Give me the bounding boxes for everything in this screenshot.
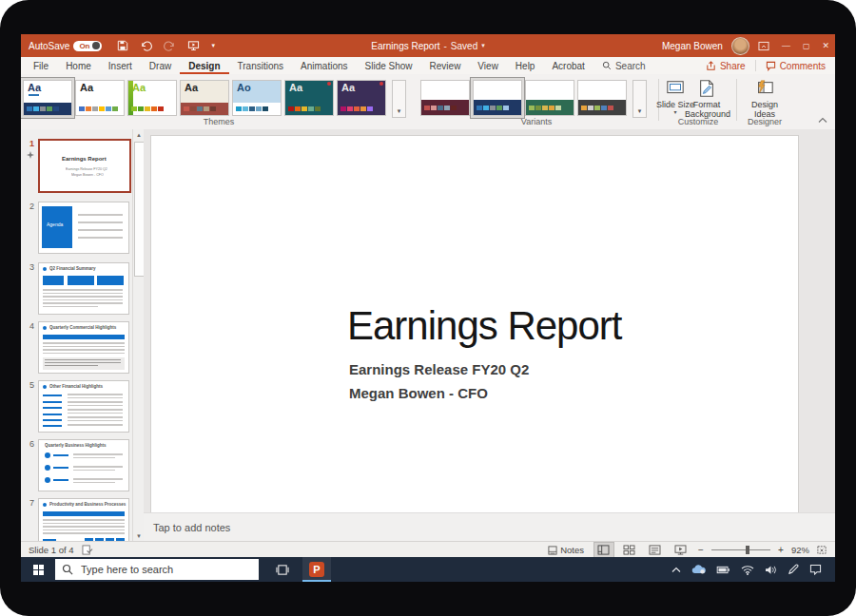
share-button[interactable]: Share [696, 61, 755, 71]
slide-thumbnail-6[interactable]: Quarterly Business Highlights [38, 439, 129, 491]
design-ideas-button[interactable]: Design Ideas [742, 79, 788, 119]
tab-draw[interactable]: Draw [141, 57, 180, 74]
tab-insert[interactable]: Insert [100, 57, 141, 74]
close-button[interactable]: ✕ [822, 41, 829, 50]
theme-aa-label: Aa [132, 82, 146, 94]
slide-subtitle-line1[interactable]: Earnings Release FY20 Q2 [349, 361, 529, 377]
tab-help[interactable]: Help [507, 57, 544, 74]
deco-bar [73, 482, 115, 484]
thumb-title: Productivity and Business Processes [49, 502, 126, 507]
deco-bar [73, 466, 123, 468]
palette-swatch [263, 106, 268, 111]
palette-swatch [354, 106, 360, 111]
zoom-in-button[interactable]: + [777, 545, 785, 555]
variant-card-variant-maroon[interactable] [420, 80, 470, 116]
variant-card-variant-gray[interactable] [577, 80, 627, 116]
palette-swatch [483, 106, 489, 110]
doc-save-status[interactable]: Saved [451, 41, 477, 51]
tab-search[interactable]: Search [593, 57, 654, 74]
tabs-right-cluster: Share Comments [696, 57, 835, 74]
variant-card-variant-navy[interactable] [473, 80, 522, 116]
deco-bar [68, 401, 123, 403]
format-background-button[interactable]: Format Background [681, 79, 732, 119]
zoom-slider[interactable] [711, 549, 770, 550]
zoom-level[interactable]: 92% [791, 545, 809, 555]
doc-title-separator: - [444, 41, 447, 51]
deco-bar [43, 526, 125, 528]
fit-slide-to-window-icon[interactable] [816, 545, 827, 555]
wifi-icon[interactable] [741, 565, 754, 575]
slide-thumbnail-1[interactable]: Earnings ReportEarnings Release FY20 Q2M… [38, 139, 131, 193]
theme-card-facet[interactable]: Aa [127, 80, 177, 116]
slide-title[interactable]: Earnings Report [347, 303, 622, 349]
deco-dot [43, 267, 47, 271]
battery-icon[interactable] [716, 566, 730, 574]
tab-transitions[interactable]: Transitions [229, 57, 293, 74]
action-center-icon[interactable] [809, 564, 822, 575]
slide-thumbnail-2[interactable]: Agenda [38, 202, 129, 254]
theme-card-current[interactable]: Aa [23, 80, 72, 116]
deco-bar [43, 407, 62, 409]
palette-swatch [549, 106, 554, 110]
task-view-icon[interactable] [270, 557, 295, 582]
volume-icon[interactable] [765, 565, 777, 575]
maximize-button[interactable]: ▢ [803, 42, 810, 50]
slide-canvas[interactable]: Earnings Report Earnings Release FY20 Q2… [150, 135, 799, 515]
slide-thumbnail-3[interactable]: Q2 Financial Summary [38, 262, 129, 315]
thumb-line: Megan Bowen - CFO [71, 172, 104, 177]
tab-animations[interactable]: Animations [292, 57, 356, 74]
spellcheck-icon[interactable] [82, 545, 93, 555]
theme-card-ion-boardroom[interactable]: Aa [337, 80, 386, 116]
slide-thumbnail-7[interactable]: Productivity and Business Processes [38, 498, 129, 541]
variants-gallery-more-button[interactable]: ▾ [632, 80, 647, 118]
theme-card-ion[interactable]: Aa [284, 80, 334, 116]
deco-bar [45, 362, 121, 363]
taskbar-search-input[interactable] [79, 563, 252, 576]
zoom-slider-thumb[interactable] [746, 546, 749, 554]
notes-placeholder: Tap to add notes [153, 522, 230, 533]
onedrive-cloud-icon[interactable] [691, 565, 706, 574]
save-status-caret-icon[interactable]: ▾ [481, 42, 485, 49]
tray-expand-chevron-icon[interactable] [671, 567, 681, 573]
deco-bar [45, 365, 98, 366]
ribbon-tab-row: FileHomeInsertDrawDesignTransitionsAnima… [21, 57, 835, 74]
theme-card-gallery[interactable]: Aa [180, 80, 229, 116]
slide-thumbnail-5[interactable]: Other Financial Highlights [38, 380, 129, 433]
reading-view-button[interactable] [646, 543, 665, 557]
deco-dot [43, 385, 47, 389]
slide-sorter-view-button[interactable] [620, 543, 639, 557]
slideshow-view-button[interactable] [671, 543, 691, 557]
normal-view-button[interactable] [594, 543, 613, 557]
powerpoint-taskbar-button[interactable]: P [302, 557, 331, 582]
zoom-out-button[interactable]: − [697, 545, 705, 555]
start-button[interactable] [21, 557, 55, 582]
taskbar-search[interactable] [55, 559, 259, 580]
pen-icon[interactable] [788, 564, 799, 575]
tab-review[interactable]: Review [421, 57, 470, 74]
palette-swatch [145, 106, 150, 111]
deco-bar [43, 401, 62, 403]
palette-swatch [315, 106, 321, 111]
deco-bar [73, 457, 115, 459]
tab-file[interactable]: File [25, 57, 57, 74]
theme-card-office[interactable]: Aa [75, 80, 125, 116]
tab-slide-show[interactable]: Slide Show [357, 57, 421, 74]
minimize-button[interactable]: — [782, 41, 790, 50]
slide-subtitle-line2[interactable]: Megan Bowen - CFO [349, 385, 488, 401]
notes-pane[interactable]: Tap to add notes [144, 512, 835, 541]
tab-acrobat[interactable]: Acrobat [543, 57, 593, 74]
ribbon-display-options-icon[interactable] [758, 41, 769, 51]
variant-card-variant-green[interactable] [525, 80, 574, 116]
tab-view[interactable]: View [469, 57, 507, 74]
palette-swatch [360, 106, 366, 111]
user-avatar[interactable] [731, 37, 749, 55]
notes-toggle-button[interactable]: Notes [544, 545, 588, 555]
slide-thumbnail-4[interactable]: Quarterly Commercial Highlights [38, 321, 129, 374]
tab-home[interactable]: Home [57, 57, 100, 74]
theme-card-integral[interactable]: Ao [232, 80, 282, 116]
themes-gallery-more-button[interactable]: ▾ [392, 80, 406, 118]
comments-button[interactable]: Comments [756, 61, 835, 71]
collapse-ribbon-icon[interactable] [818, 117, 827, 124]
palette-swatch [588, 106, 593, 110]
tab-design[interactable]: Design [180, 57, 228, 74]
